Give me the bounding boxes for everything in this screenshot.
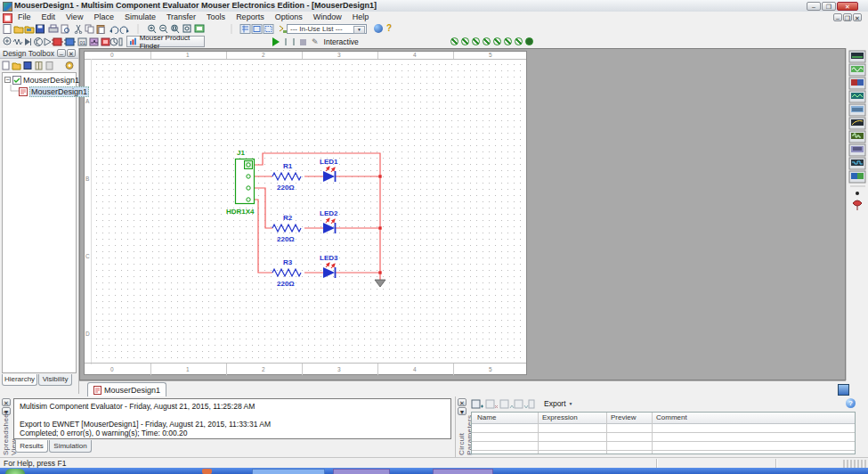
place-misc-digital-icon[interactable]: 01 bbox=[78, 38, 86, 45]
new-design-button[interactable] bbox=[3, 61, 9, 69]
col-comment[interactable]: Comment bbox=[656, 413, 687, 421]
windows-taskbar[interactable] bbox=[0, 468, 868, 474]
probe-settings-icon[interactable] bbox=[525, 37, 533, 45]
close-button[interactable]: ✕ bbox=[837, 2, 858, 11]
taskbar-item[interactable] bbox=[252, 469, 325, 474]
export-button[interactable]: Export ▼ bbox=[540, 398, 577, 409]
bode-plotter-icon[interactable] bbox=[849, 118, 865, 129]
menu-view[interactable]: View bbox=[61, 12, 88, 23]
menu-help[interactable]: Help bbox=[347, 12, 375, 23]
col-name[interactable]: Name bbox=[477, 413, 496, 421]
copy-button[interactable] bbox=[85, 25, 93, 33]
open-file-button[interactable] bbox=[14, 27, 23, 33]
power-probe-icon[interactable] bbox=[472, 37, 480, 45]
place-source-icon[interactable] bbox=[4, 37, 11, 45]
place-analog-icon[interactable] bbox=[45, 38, 51, 45]
close-design-button[interactable] bbox=[36, 62, 42, 70]
move-up-icon[interactable] bbox=[500, 400, 514, 408]
tree-child-item[interactable]: MouserDesign1 bbox=[29, 86, 89, 97]
frequency-counter-icon[interactable] bbox=[849, 131, 865, 143]
mouser-web-icon[interactable] bbox=[374, 24, 383, 33]
logic-converter-icon[interactable] bbox=[849, 171, 865, 183]
menu-file[interactable]: File bbox=[12, 12, 37, 23]
place-diode-icon[interactable] bbox=[25, 38, 31, 45]
multimeter-icon[interactable] bbox=[849, 51, 865, 62]
schematic-sheet[interactable]: 0 1 2 3 4 5 A B C D 0 1 2 3 4 5 bbox=[84, 51, 527, 375]
diff-voltage-probe-icon[interactable] bbox=[483, 37, 491, 45]
place-ttl-icon[interactable] bbox=[52, 38, 63, 45]
show-border-button[interactable] bbox=[252, 25, 262, 34]
save-design-button[interactable] bbox=[24, 62, 31, 69]
simulate-run-button[interactable] bbox=[272, 37, 280, 46]
zoom-fit-button[interactable] bbox=[183, 25, 191, 32]
open-design-button[interactable] bbox=[12, 63, 20, 69]
tree-expand-icon[interactable]: − bbox=[4, 77, 11, 83]
menu-place[interactable]: Place bbox=[88, 12, 119, 23]
child-close-button[interactable]: ✕ bbox=[853, 13, 862, 21]
print-preview-button[interactable] bbox=[61, 25, 69, 33]
voltage-probe-icon[interactable] bbox=[450, 37, 458, 45]
workspace-toggle-icon[interactable] bbox=[838, 384, 849, 396]
show-page-bounds-button[interactable] bbox=[264, 25, 273, 34]
menu-reports[interactable]: Reports bbox=[231, 12, 270, 23]
digital-probe-icon[interactable] bbox=[504, 37, 512, 45]
document-tab[interactable]: MouserDesign1 bbox=[87, 382, 166, 396]
menu-options[interactable]: Options bbox=[270, 12, 308, 23]
simulate-pause-button[interactable] bbox=[285, 38, 295, 45]
probe-current-clamp-icon[interactable] bbox=[515, 37, 523, 45]
sort-icon[interactable] bbox=[529, 400, 534, 408]
save-button[interactable] bbox=[37, 25, 45, 33]
open-sample-button[interactable] bbox=[25, 27, 34, 33]
place-mixed-icon[interactable] bbox=[90, 38, 98, 45]
col-expression[interactable]: Expression bbox=[542, 413, 578, 421]
function-generator-icon[interactable] bbox=[849, 64, 865, 76]
table-row[interactable] bbox=[472, 441, 855, 442]
menu-tools[interactable]: Tools bbox=[201, 12, 231, 23]
child-minimize-button[interactable]: – bbox=[833, 13, 842, 21]
wattmeter-icon[interactable] bbox=[849, 78, 865, 89]
mouser-product-finder-button[interactable]: Mouser Product Finder bbox=[126, 36, 205, 47]
new-file-button[interactable] bbox=[4, 25, 11, 34]
measurement-probe-icon[interactable] bbox=[856, 192, 859, 195]
menu-transfer[interactable]: Transfer bbox=[161, 12, 201, 23]
move-down-icon[interactable] bbox=[515, 400, 528, 408]
print-button[interactable] bbox=[49, 25, 58, 32]
child-restore-button[interactable]: ❐ bbox=[843, 13, 852, 21]
results-log[interactable]: Multisim Component Evaluator - Friday, A… bbox=[13, 398, 451, 439]
cut-button[interactable] bbox=[75, 25, 81, 34]
options-gear-icon[interactable] bbox=[66, 62, 73, 69]
current-probe-icon[interactable] bbox=[461, 37, 469, 45]
panel-close-icon[interactable]: ✕ bbox=[67, 49, 76, 57]
tab-simulation[interactable]: Simulation bbox=[49, 440, 92, 453]
place-indicator-icon[interactable] bbox=[101, 38, 110, 45]
paste-button[interactable] bbox=[97, 26, 104, 34]
circuit-params-close-icon[interactable]: ✕ bbox=[458, 398, 466, 406]
help-icon[interactable]: ? bbox=[386, 23, 395, 34]
menu-window[interactable]: Window bbox=[308, 12, 347, 23]
restore-button[interactable]: ❐ bbox=[822, 2, 836, 11]
panel-pin-icon[interactable]: – bbox=[57, 49, 66, 57]
table-row[interactable] bbox=[472, 450, 855, 451]
circuit-params-pin-icon[interactable]: ▼ bbox=[458, 407, 466, 415]
interactive-label[interactable]: Interactive bbox=[324, 37, 359, 46]
show-grid-button[interactable] bbox=[240, 25, 250, 34]
tab-results[interactable]: Results bbox=[15, 440, 48, 453]
tab-hierarchy[interactable]: Hierarchy bbox=[2, 374, 37, 386]
in-use-list-combo[interactable]: --- In-Use List --- ▼ bbox=[287, 24, 367, 34]
table-row[interactable] bbox=[472, 432, 855, 433]
menu-simulate[interactable]: Simulate bbox=[119, 12, 161, 23]
four-channel-oscilloscope-icon[interactable] bbox=[849, 104, 865, 116]
current-clamp-icon[interactable] bbox=[853, 200, 862, 210]
spreadsheet-close-icon[interactable]: ✕ bbox=[2, 398, 11, 406]
oscilloscope-icon[interactable] bbox=[849, 91, 865, 102]
place-transistor-icon[interactable] bbox=[35, 37, 43, 45]
col-preview[interactable]: Preview bbox=[611, 413, 636, 421]
minimize-button[interactable]: – bbox=[807, 2, 821, 11]
zoom-in-button[interactable] bbox=[149, 25, 156, 33]
tree-root-item[interactable]: MouserDesign1 bbox=[23, 76, 79, 85]
taskbar-item[interactable] bbox=[433, 469, 493, 474]
full-screen-button[interactable] bbox=[195, 25, 204, 32]
resize-grip[interactable] bbox=[843, 460, 866, 468]
help-icon[interactable]: ? bbox=[846, 398, 856, 408]
taskbar-item[interactable] bbox=[202, 469, 212, 474]
